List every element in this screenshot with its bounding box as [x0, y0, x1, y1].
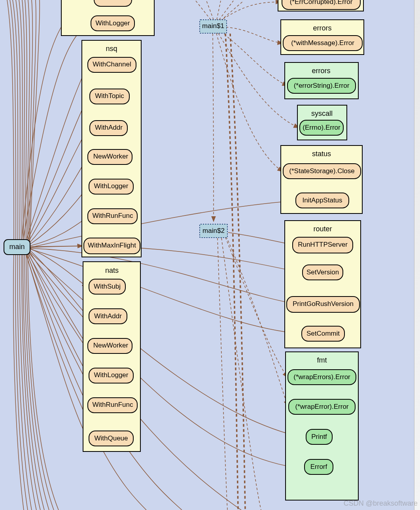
svg-text:RunHTTPServer: RunHTTPServer — [298, 241, 348, 248]
watermark: CSDN @breaksoftware — [344, 499, 418, 508]
pkg-errors-green: errors (*errorString).Error — [285, 62, 358, 99]
edge-fan-lower — [13, 249, 59, 510]
node-nsq-withrunfunc[interactable]: WithRunFunc — [88, 209, 137, 224]
svg-text:WithLogger: WithLogger — [94, 182, 129, 190]
svg-text:nsq: nsq — [106, 45, 117, 53]
node-main1[interactable]: main$1 — [200, 20, 227, 33]
edges-thick — [225, 34, 245, 510]
svg-text:(*wrapError).Error: (*wrapError).Error — [295, 403, 348, 410]
node-printgorushversion[interactable]: PrintGoRushVersion — [287, 297, 359, 312]
svg-text:errors: errors — [312, 67, 330, 75]
pkg-top: WithLogger — [61, 0, 154, 36]
node-nsq-withlogger[interactable]: WithLogger — [89, 179, 133, 194]
svg-text:Errorf: Errorf — [310, 463, 327, 470]
node-wraperror-error[interactable]: (*wrapError).Error — [289, 399, 355, 414]
node-errno-error[interactable]: (Errno).Error — [300, 120, 343, 135]
node-nsq-newworker[interactable]: NewWorker — [88, 149, 132, 164]
svg-text:WithQueue: WithQueue — [94, 434, 128, 442]
svg-text:SetVersion: SetVersion — [306, 268, 339, 276]
svg-text:Printf: Printf — [311, 433, 327, 440]
node-main[interactable]: main — [4, 240, 30, 255]
node-withmessage-error[interactable]: (*withMessage).Error — [283, 36, 362, 51]
edges-main2 — [218, 232, 291, 510]
svg-text:WithTopic: WithTopic — [95, 92, 124, 100]
node-setversion[interactable]: SetVersion — [303, 265, 343, 280]
svg-text:NewWorker: NewWorker — [93, 342, 129, 349]
svg-text:WithAddr: WithAddr — [95, 124, 123, 131]
node-errorf[interactable]: Errorf — [305, 459, 333, 474]
label-main: main — [9, 243, 25, 251]
node-nats-withsubj[interactable]: WithSubj — [89, 279, 125, 294]
node-errcorrupted[interactable]: (*ErrCorrupted).Error — [282, 0, 360, 9]
svg-text:errors: errors — [313, 24, 331, 32]
node-errorstring-error[interactable]: (*errorString).Error — [288, 78, 356, 93]
node-runhttpserver[interactable]: RunHTTPServer — [293, 237, 353, 253]
svg-text:WithAddr: WithAddr — [94, 312, 122, 320]
edges-main-right — [26, 201, 303, 510]
node-main2[interactable]: main$2 — [200, 224, 227, 238]
svg-text:(*errorString).Error: (*errorString).Error — [294, 82, 350, 89]
svg-text:(*ErrCorrupted).Error: (*ErrCorrupted).Error — [290, 0, 353, 6]
node-nats-withrunfunc[interactable]: WithRunFunc — [88, 398, 137, 413]
svg-text:WithLogger: WithLogger — [96, 19, 130, 27]
svg-text:WithSubj: WithSubj — [94, 283, 121, 290]
svg-text:(*withMessage).Error: (*withMessage).Error — [291, 39, 354, 47]
node-setcommit[interactable]: SetCommit — [302, 326, 344, 341]
node-nsq-withmaxinflight[interactable]: WithMaxInFlight — [84, 238, 140, 254]
svg-text:fmt: fmt — [317, 356, 327, 364]
label-main1: main$1 — [202, 22, 224, 30]
node-nsq-withaddr[interactable]: WithAddr — [90, 121, 127, 136]
node-nats-withaddr[interactable]: WithAddr — [89, 309, 127, 324]
pkg-nsq: nsq WithChannel WithTopic WithAddr NewWo… — [82, 40, 141, 257]
svg-text:(Errno).Error: (Errno).Error — [303, 124, 341, 131]
scrollbar-vertical[interactable] — [414, 0, 420, 510]
node-nsq-withchannel[interactable]: WithChannel — [88, 57, 136, 72]
svg-text:WithMaxInFlight: WithMaxInFlight — [88, 242, 136, 249]
svg-text:WithLogger: WithLogger — [94, 371, 129, 379]
node-top-withlogger[interactable]: WithLogger — [91, 16, 134, 31]
pkg-errcorrupted: (*ErrCorrupted).Error — [278, 0, 363, 11]
node-wraperrors-error[interactable]: (*wrapErrors).Error — [288, 370, 356, 385]
svg-text:router: router — [313, 225, 332, 233]
svg-text:PrintGoRushVersion: PrintGoRushVersion — [293, 300, 354, 308]
edge-fan — [7, 0, 40, 245]
node-nats-withqueue[interactable]: WithQueue — [89, 431, 133, 446]
svg-text:nats: nats — [105, 266, 119, 274]
svg-text:WithChannel: WithChannel — [93, 60, 131, 68]
node-statestorage-close[interactable]: (*StateStorage).Close — [283, 164, 361, 179]
pkg-syscall: syscall (Errno).Error — [297, 105, 347, 140]
node-nats-withlogger[interactable]: WithLogger — [89, 368, 133, 383]
pkg-errors: errors (*withMessage).Error — [281, 20, 364, 55]
svg-rect-7 — [82, 40, 141, 257]
pkg-status: status (*StateStorage).Close InitAppStat… — [281, 145, 362, 213]
node-nats-newworker[interactable]: NewWorker — [88, 338, 132, 353]
node-printf[interactable]: Printf — [306, 429, 332, 444]
svg-text:SetCommit: SetCommit — [306, 330, 340, 337]
pkg-router: router RunHTTPServer SetVersion PrintGoR… — [285, 221, 361, 348]
pkg-fmt: fmt (*wrapErrors).Error (*wrapError).Err… — [286, 352, 358, 500]
svg-text:(*StateStorage).Close: (*StateStorage).Close — [289, 167, 354, 175]
svg-text:syscall: syscall — [311, 110, 333, 117]
svg-text:(*wrapErrors).Error: (*wrapErrors).Error — [293, 373, 350, 381]
node-initappstatus[interactable]: InitAppStatus — [296, 193, 349, 208]
svg-text:InitAppStatus: InitAppStatus — [302, 196, 342, 204]
svg-text:WithRunFunc: WithRunFunc — [93, 401, 133, 408]
svg-text:status: status — [312, 150, 331, 158]
pkg-nats: nats WithSubj WithAddr NewWorker WithLog… — [83, 262, 140, 451]
label-main2: main$2 — [202, 227, 225, 234]
node-nsq-withtopic[interactable]: WithTopic — [90, 89, 129, 104]
svg-text:WithRunFunc: WithRunFunc — [93, 212, 133, 219]
svg-rect-6 — [94, 0, 132, 6]
svg-text:NewWorker: NewWorker — [93, 153, 129, 160]
